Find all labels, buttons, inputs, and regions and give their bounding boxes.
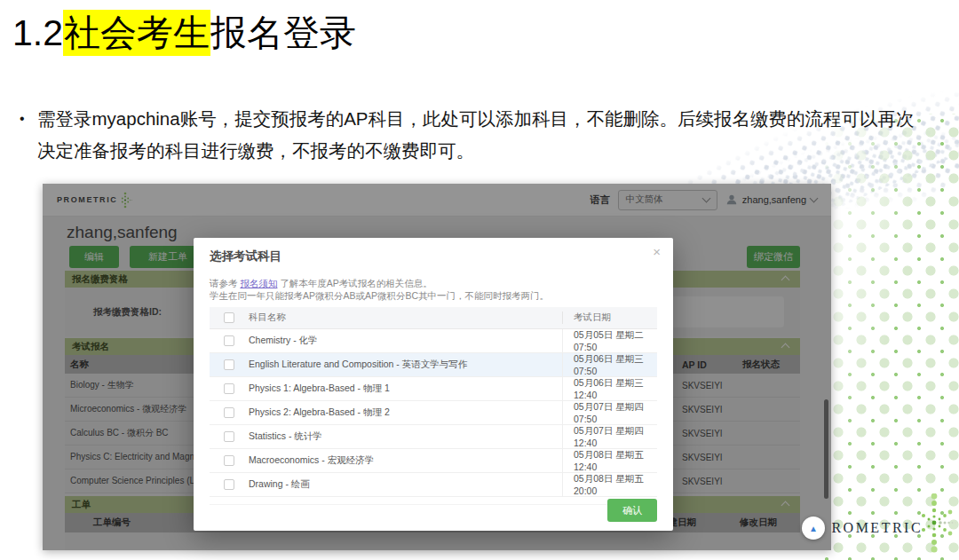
- bullet-text: 需登录myapchina账号，提交预报考的AP科目，此处可以添加科目，不能删除。…: [37, 103, 927, 168]
- exam-date: 05月08日 星期五 20:00: [562, 473, 657, 496]
- select-exam-subjects-modal: 选择考试科目 × 请参考 报名须知 了解本年度AP考试报名的相关信息。 学生在同…: [194, 238, 673, 531]
- slide: PROMETRIC 1.2社会考生报名登录 • 需登录myapchina账号，提…: [0, 0, 959, 560]
- subject-name: Chemistry - 化学: [249, 335, 562, 347]
- subject-name: Physics 1: Algebra-Based - 物理 1: [249, 383, 562, 395]
- subject-name: Drawing - 绘画: [249, 478, 562, 491]
- registration-notice-link[interactable]: 报名须知: [240, 278, 277, 288]
- exam-date: 05月08日 星期五 12:40: [562, 449, 657, 472]
- subject-col-header: 科目名称: [249, 312, 562, 324]
- subject-name: English Literature and Composition - 英语文…: [249, 359, 562, 371]
- subject-row[interactable]: English Literature and Composition - 英语文…: [210, 353, 657, 377]
- title-suffix: 报名登录: [210, 12, 356, 53]
- close-icon[interactable]: ×: [653, 244, 661, 259]
- prometric-starburst-icon: [920, 493, 959, 556]
- row-checkbox[interactable]: [224, 431, 234, 442]
- subject-row[interactable]: Physics 1: Algebra-Based - 物理 1 05月06日 星…: [210, 377, 657, 401]
- title-prefix: 1.2: [12, 12, 63, 53]
- modal-title: 选择考试科目: [210, 248, 281, 264]
- up-arrow-icon: ▲: [809, 524, 818, 533]
- subject-name: Physics 2: Algebra-Based - 物理 2: [249, 406, 562, 419]
- subject-row[interactable]: Drawing - 绘画 05月08日 星期五 20:00: [210, 473, 657, 497]
- subject-row[interactable]: Macroeconomics - 宏观经济学 05月08日 星期五 12:40: [210, 449, 657, 473]
- bullet-marker: •: [20, 103, 37, 168]
- row-checkbox[interactable]: [224, 455, 234, 466]
- subject-table-header: 科目名称 考试日期: [210, 307, 657, 329]
- footer-brand-logo: PROMETRIC: [821, 520, 923, 536]
- page-title: 1.2社会考生报名登录: [12, 9, 356, 58]
- date-col-header: 考试日期: [562, 312, 657, 324]
- row-checkbox[interactable]: [224, 383, 234, 394]
- subject-row-clipped: [210, 497, 657, 505]
- exam-date: 05月05日 星期二 07:50: [562, 329, 657, 352]
- desc-line2: 学生在同一年只能报考AP微积分AB或AP微积分BC其中一门，不能同时报考两门。: [210, 290, 549, 301]
- subject-name: Macroeconomics - 宏观经济学: [249, 454, 562, 467]
- confirm-button[interactable]: 确认: [607, 499, 657, 522]
- bullet-paragraph: • 需登录myapchina账号，提交预报考的AP科目，此处可以添加科目，不能删…: [20, 103, 927, 168]
- row-checkbox[interactable]: [224, 359, 234, 370]
- header-checkbox-cell: [210, 312, 249, 323]
- portal-screenshot: PROMETRIC 语言 中文简体: [43, 184, 831, 550]
- exam-date: 05月06日 星期三 12:40: [562, 377, 657, 400]
- row-checkbox[interactable]: [224, 479, 234, 490]
- exam-date: 05月07日 星期四 12:40: [562, 425, 657, 448]
- desc-suffix: 了解本年度AP考试报名的相关信息。: [277, 278, 432, 288]
- exam-date: 05月06日 星期三 07:50: [562, 353, 657, 376]
- row-checkbox[interactable]: [224, 407, 234, 418]
- row-checkbox[interactable]: [224, 335, 234, 346]
- select-all-checkbox[interactable]: [224, 312, 234, 323]
- exam-date: 05月07日 星期四 07:50: [562, 401, 657, 424]
- subject-row[interactable]: Chemistry - 化学 05月05日 星期二 07:50: [210, 329, 657, 353]
- scroll-to-top-button[interactable]: ▲: [802, 517, 825, 540]
- title-highlight: 社会考生: [63, 10, 210, 56]
- modal-description: 请参考 报名须知 了解本年度AP考试报名的相关信息。 学生在同一年只能报考AP微…: [210, 277, 549, 302]
- subject-table: 科目名称 考试日期 Chemistry - 化学 05月05日 星期二 07:5…: [210, 307, 657, 505]
- desc-prefix: 请参考: [210, 278, 240, 288]
- subject-row[interactable]: Physics 2: Algebra-Based - 物理 2 05月07日 星…: [210, 401, 657, 425]
- subject-name: Statistics - 统计学: [249, 430, 562, 443]
- subject-row[interactable]: Statistics - 统计学 05月07日 星期四 12:40: [210, 425, 657, 449]
